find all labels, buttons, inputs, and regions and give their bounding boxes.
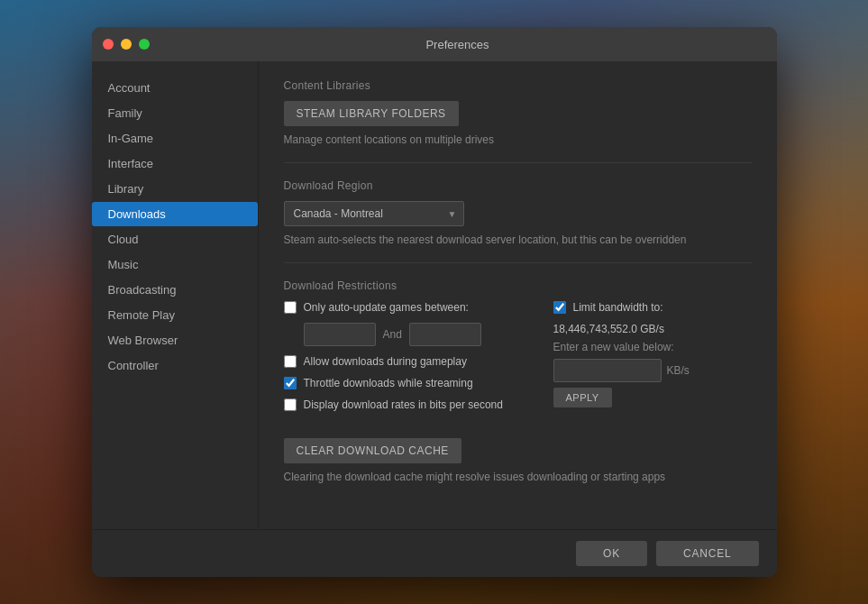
- sidebar-item-downloads[interactable]: Downloads: [92, 202, 258, 226]
- download-region-description: Steam auto-selects the nearest download …: [284, 233, 752, 246]
- kbs-label: KB/s: [667, 364, 690, 377]
- preferences-window: Preferences Account Family In-Game Inter…: [92, 27, 777, 577]
- time-end-input[interactable]: [409, 323, 481, 346]
- display-bits-row: Display download rates in bits per secon…: [284, 398, 535, 411]
- titlebar: Preferences: [92, 27, 777, 61]
- cancel-button[interactable]: CANCEL: [656, 541, 758, 566]
- bandwidth-input[interactable]: [553, 359, 662, 382]
- auto-update-row: Only auto-update games between:: [284, 301, 535, 314]
- time-range-row: And: [304, 323, 535, 346]
- limit-bandwidth-label: Limit bandwidth to:: [573, 301, 663, 314]
- steam-library-folders-button[interactable]: STEAM LIBRARY FOLDERS: [284, 101, 459, 126]
- content-libraries-section: Content Libraries STEAM LIBRARY FOLDERS …: [284, 79, 752, 146]
- window-title: Preferences: [150, 38, 766, 51]
- download-region-select[interactable]: Canada - Montreal United States - Seattl…: [284, 201, 464, 226]
- throttle-row: Throttle downloads while streaming: [284, 377, 535, 389]
- right-column: Limit bandwidth to: 18,446,743,552.0 GB/…: [553, 301, 752, 420]
- ok-button[interactable]: OK: [576, 541, 647, 566]
- sidebar-item-in-game[interactable]: In-Game: [92, 126, 258, 151]
- display-bits-checkbox[interactable]: [284, 398, 297, 411]
- clear-cache-section: CLEAR DOWNLOAD CACHE Clearing the downlo…: [284, 438, 752, 483]
- clear-download-cache-button[interactable]: CLEAR DOWNLOAD CACHE: [284, 438, 461, 463]
- allow-downloads-row: Allow downloads during gameplay: [284, 355, 535, 368]
- auto-update-label: Only auto-update games between:: [304, 301, 469, 314]
- sidebar-item-broadcasting[interactable]: Broadcasting: [92, 278, 258, 302]
- sidebar-item-library[interactable]: Library: [92, 177, 258, 201]
- time-start-input[interactable]: [304, 323, 376, 346]
- clear-cache-description: Clearing the download cache might resolv…: [284, 471, 752, 483]
- download-restrictions-title: Download Restrictions: [284, 279, 752, 292]
- download-restrictions-section: Download Restrictions Only auto-update g…: [284, 279, 752, 420]
- content-libraries-description: Manage content locations on multiple dri…: [284, 133, 752, 146]
- bandwidth-sub-label: Enter a new value below:: [553, 341, 752, 353]
- maximize-button[interactable]: [139, 39, 150, 50]
- sidebar-item-web-browser[interactable]: Web Browser: [92, 328, 258, 352]
- sidebar: Account Family In-Game Interface Library…: [92, 61, 259, 529]
- left-column: Only auto-update games between: And Allo…: [284, 301, 535, 420]
- sidebar-item-account[interactable]: Account: [92, 76, 258, 100]
- apply-button[interactable]: APPLY: [553, 388, 612, 407]
- throttle-checkbox[interactable]: [284, 377, 297, 389]
- sidebar-item-interface[interactable]: Interface: [92, 151, 258, 176]
- download-region-title: Download Region: [284, 179, 752, 192]
- sidebar-item-controller[interactable]: Controller: [92, 353, 258, 378]
- divider-2: [284, 262, 752, 263]
- throttle-label: Throttle downloads while streaming: [304, 377, 473, 389]
- bandwidth-value: 18,446,743,552.0 GB/s: [553, 323, 752, 335]
- sidebar-item-cloud[interactable]: Cloud: [92, 227, 258, 252]
- auto-update-checkbox[interactable]: [284, 301, 297, 314]
- allow-downloads-gameplay-label: Allow downloads during gameplay: [304, 355, 467, 368]
- sidebar-item-family[interactable]: Family: [92, 101, 258, 125]
- settings-panel: Content Libraries STEAM LIBRARY FOLDERS …: [259, 61, 777, 529]
- close-button[interactable]: [103, 39, 114, 50]
- content-libraries-title: Content Libraries: [284, 79, 752, 92]
- traffic-lights: [103, 39, 150, 50]
- sidebar-item-music[interactable]: Music: [92, 252, 258, 277]
- limit-bandwidth-checkbox[interactable]: [553, 301, 566, 314]
- two-column-layout: Only auto-update games between: And Allo…: [284, 301, 752, 420]
- display-bits-label: Display download rates in bits per secon…: [304, 398, 503, 411]
- bandwidth-input-row: KB/s: [553, 359, 752, 382]
- limit-bandwidth-row: Limit bandwidth to:: [553, 301, 752, 314]
- main-content: Account Family In-Game Interface Library…: [92, 61, 777, 529]
- divider-1: [284, 162, 752, 163]
- download-region-select-wrapper: Canada - Montreal United States - Seattl…: [284, 201, 464, 226]
- minimize-button[interactable]: [121, 39, 132, 50]
- time-separator: And: [383, 328, 402, 341]
- footer: OK CANCEL: [92, 529, 777, 577]
- download-region-section: Download Region Canada - Montreal United…: [284, 179, 752, 246]
- allow-downloads-gameplay-checkbox[interactable]: [284, 355, 297, 368]
- sidebar-item-remote-play[interactable]: Remote Play: [92, 303, 258, 327]
